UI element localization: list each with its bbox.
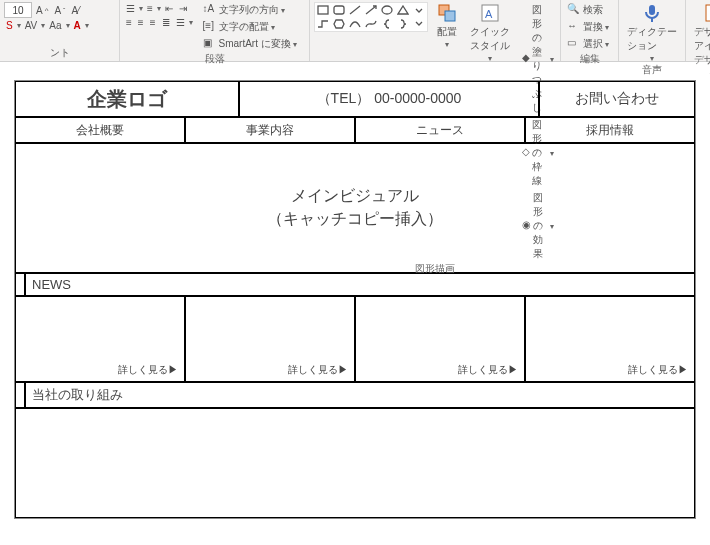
- char-spacing-icon[interactable]: Aa: [47, 19, 63, 32]
- select-button[interactable]: ▭選択▾: [565, 36, 611, 52]
- ribbon-group-paragraph: ☰▾ ≡▾ ⇤ ⇥ ≡ ≡ ≡ ≣ ☰▾ ↕A文字列の方向▾ [≡]文字の配置▾…: [120, 0, 310, 61]
- news-heading-mark: [15, 273, 25, 296]
- paragraph-group-label: 段落: [124, 52, 305, 67]
- indent-right-icon[interactable]: ⇥: [177, 2, 189, 15]
- shapes-gallery[interactable]: [314, 2, 428, 32]
- font-group-label: ント: [4, 46, 115, 61]
- shape-rounded-icon[interactable]: [332, 4, 346, 16]
- efforts-body: [15, 408, 695, 518]
- quick-styles-button[interactable]: A クイック スタイル ▾: [466, 2, 514, 63]
- shape-curve-icon[interactable]: [348, 18, 362, 30]
- nav-row: 会社概要 事業内容 ニュース 採用情報: [15, 117, 695, 143]
- svg-point-4: [382, 6, 392, 14]
- more-link-1[interactable]: 詳しく見る▶: [118, 363, 178, 377]
- decrease-font-icon[interactable]: Aˇ: [52, 4, 67, 17]
- shape-freeform-icon[interactable]: [364, 18, 378, 30]
- voice-group-label: 音声: [623, 63, 681, 78]
- shape-arrow-icon[interactable]: [364, 4, 378, 16]
- shape-outline-icon: ◇: [522, 146, 530, 160]
- ribbon-group-drawing: 配置 ▾ A クイック スタイル ▾ ◆図形の塗りつぶし▾ ◇図形の枠線▾ ◉図…: [310, 0, 561, 61]
- font-color-icon[interactable]: A: [72, 19, 83, 32]
- text-align-icon: [≡]: [203, 20, 217, 34]
- shape-oval-icon[interactable]: [380, 4, 394, 16]
- shape-rect-icon[interactable]: [316, 4, 330, 16]
- replace-icon: ↔: [567, 20, 581, 34]
- news-card-3: 詳しく見る▶: [355, 296, 525, 382]
- increase-font-icon[interactable]: A^: [34, 4, 50, 17]
- bullets-icon[interactable]: ☰: [124, 2, 137, 15]
- dictate-button[interactable]: ディクテー ション ▾: [623, 2, 681, 63]
- nav-item-about[interactable]: 会社概要: [15, 117, 185, 143]
- svg-rect-13: [706, 5, 710, 21]
- mic-icon: [641, 2, 663, 24]
- contact-cell[interactable]: お問い合わせ: [539, 81, 695, 117]
- more-link-4[interactable]: 詳しく見る▶: [628, 363, 688, 377]
- svg-line-2: [350, 6, 360, 14]
- ribbon-group-editing: 🔍検索 ↔置換▾ ▭選択▾ 編集: [561, 0, 619, 61]
- shape-expand-icon[interactable]: [412, 4, 426, 16]
- columns-icon[interactable]: ☰: [174, 16, 187, 29]
- font-size-input[interactable]: 10: [4, 2, 32, 18]
- shape-connector-icon[interactable]: [316, 18, 330, 30]
- align-center-icon[interactable]: ≡: [136, 16, 146, 29]
- shape-effects-button[interactable]: ◉図形の効果▾: [520, 190, 556, 262]
- arrange-button[interactable]: 配置 ▾: [432, 2, 462, 49]
- justify-icon[interactable]: ≣: [160, 16, 172, 29]
- designer-group-label: デザイナー: [690, 53, 710, 82]
- shape-rbrace-icon[interactable]: [396, 18, 410, 30]
- search-icon: 🔍: [567, 3, 581, 17]
- smartart-button[interactable]: ▣SmartArt に変換▾: [201, 36, 299, 52]
- replace-button[interactable]: ↔置換▾: [565, 19, 611, 35]
- ribbon-group-designer: デザイン アイデア デザイナー: [686, 0, 710, 61]
- ribbon: 10 A^ Aˇ A⁄ S ▾ AV ▾ Aa ▾ A ▾ ント ☰▾: [0, 0, 710, 62]
- news-heading-row: NEWS: [15, 273, 695, 296]
- svg-marker-5: [398, 6, 408, 14]
- news-card-1: 詳しく見る▶: [15, 296, 185, 382]
- text-direction-button[interactable]: ↕A文字列の方向▾: [201, 2, 299, 18]
- align-left-icon[interactable]: ≡: [124, 16, 134, 29]
- ribbon-group-voice: ディクテー ション ▾ 音声: [619, 0, 686, 61]
- svg-marker-6: [334, 20, 344, 28]
- svg-rect-1: [334, 6, 344, 14]
- efforts-heading-row: 当社の取り組み: [15, 382, 695, 408]
- news-heading: NEWS: [25, 273, 695, 296]
- arrange-icon: [436, 2, 458, 24]
- news-card-2: 詳しく見る▶: [185, 296, 355, 382]
- shape-lbrace-icon[interactable]: [380, 18, 394, 30]
- document-area: 企業ロゴ （TEL） 00-0000-0000 お問い合わせ 会社概要 事業内容…: [0, 62, 710, 519]
- font-color-swatch[interactable]: S: [4, 19, 15, 32]
- find-button[interactable]: 🔍検索: [565, 2, 605, 18]
- efforts-heading-mark: [15, 382, 25, 408]
- text-align-button[interactable]: [≡]文字の配置▾: [201, 19, 299, 35]
- header-row: 企業ロゴ （TEL） 00-0000-0000 お問い合わせ: [15, 81, 695, 117]
- clear-format-icon[interactable]: A⁄: [69, 4, 81, 17]
- visual-subtitle: （キャッチコピー挿入）: [267, 209, 443, 230]
- shape-effects-icon: ◉: [522, 219, 531, 233]
- more-link-3[interactable]: 詳しく見る▶: [458, 363, 518, 377]
- shape-hexagon-icon[interactable]: [332, 18, 346, 30]
- nav-item-news[interactable]: ニュース: [355, 117, 525, 143]
- shape-fill-icon: ◆: [522, 52, 530, 66]
- indent-left-icon[interactable]: ⇤: [163, 2, 175, 15]
- numbering-icon[interactable]: ≡: [145, 2, 155, 15]
- logo-cell: 企業ロゴ: [15, 81, 239, 117]
- nav-item-business[interactable]: 事業内容: [185, 117, 355, 143]
- smartart-icon: ▣: [203, 37, 217, 51]
- more-link-2[interactable]: 詳しく見る▶: [288, 363, 348, 377]
- svg-text:A: A: [485, 8, 493, 20]
- nav-item-recruit[interactable]: 採用情報: [525, 117, 695, 143]
- text-direction-icon: ↕A: [203, 3, 217, 17]
- svg-rect-8: [445, 11, 455, 21]
- efforts-heading: 当社の取り組み: [25, 382, 695, 408]
- news-cards: 詳しく見る▶ 詳しく見る▶ 詳しく見る▶ 詳しく見る▶: [15, 296, 695, 382]
- svg-line-3: [366, 6, 376, 14]
- shape-line-icon[interactable]: [348, 4, 362, 16]
- shape-triangle-icon[interactable]: [396, 4, 410, 16]
- design-ideas-icon: [703, 2, 710, 24]
- svg-rect-0: [318, 6, 328, 14]
- visual-title: メインビジュアル: [291, 186, 419, 207]
- shape-more-icon[interactable]: [412, 18, 426, 30]
- align-right-icon[interactable]: ≡: [148, 16, 158, 29]
- design-ideas-button[interactable]: デザイン アイデア: [690, 2, 710, 53]
- text-effects-icon[interactable]: AV: [23, 19, 40, 32]
